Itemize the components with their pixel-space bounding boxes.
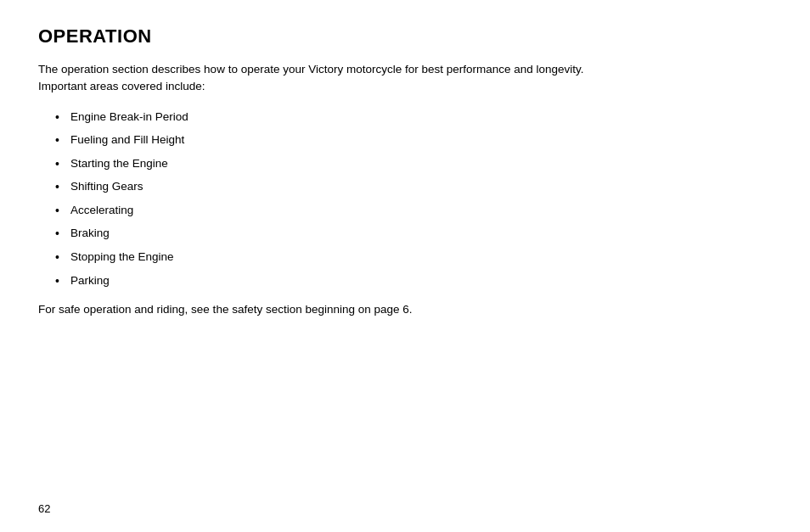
intro-text: The operation section describes how to o…: [38, 61, 734, 96]
list-item: Parking: [55, 272, 772, 290]
list-item: Shifting Gears: [55, 177, 772, 196]
page-number: 62: [38, 502, 50, 515]
list-item: Stopping the Engine: [55, 248, 772, 266]
page-title: OPERATION: [38, 25, 772, 48]
page-container: OPERATION The operation section describe…: [0, 0, 810, 532]
list-item: Braking: [55, 224, 772, 243]
intro-line2: Important areas covered include:: [38, 80, 205, 92]
bullet-list: Engine Break-in Period Fueling and Fill …: [55, 108, 772, 290]
list-item: Accelerating: [55, 201, 772, 220]
footer-text: For safe operation and riding, see the s…: [38, 301, 772, 318]
list-item: Engine Break-in Period: [55, 108, 772, 126]
intro-line1: The operation section describes how to o…: [38, 63, 584, 76]
list-item: Fueling and Fill Height: [55, 131, 772, 149]
list-item: Starting the Engine: [55, 154, 772, 173]
